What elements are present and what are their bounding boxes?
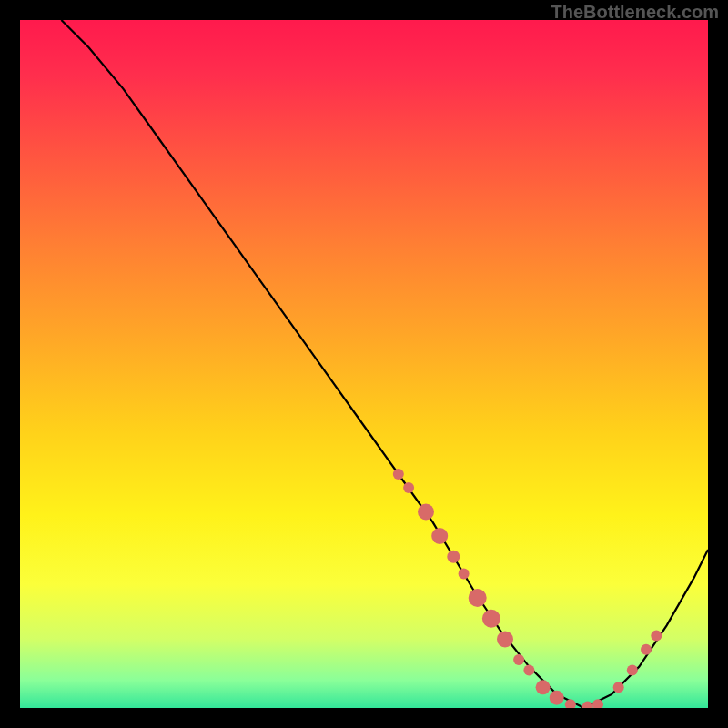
curve-marker bbox=[418, 504, 434, 521]
curve-markers bbox=[393, 469, 662, 708]
curve-marker bbox=[536, 680, 551, 694]
curve-marker bbox=[641, 644, 652, 655]
curve-marker bbox=[482, 610, 500, 628]
curve-marker bbox=[592, 699, 603, 708]
curve-marker bbox=[497, 631, 513, 647]
curve-marker bbox=[582, 702, 593, 709]
curve-marker bbox=[403, 482, 414, 493]
curve-marker bbox=[565, 699, 576, 708]
curve-marker bbox=[627, 664, 638, 675]
curve-svg bbox=[20, 20, 708, 708]
curve-marker bbox=[651, 631, 662, 642]
curve-marker bbox=[459, 569, 470, 580]
curve-marker bbox=[431, 528, 448, 544]
curve-marker bbox=[513, 654, 524, 665]
curve-marker bbox=[613, 682, 624, 693]
chart-plot-area bbox=[20, 20, 708, 708]
curve-marker bbox=[469, 589, 487, 607]
curve-marker bbox=[550, 691, 564, 705]
curve-marker bbox=[523, 664, 534, 675]
curve-marker bbox=[447, 551, 460, 563]
bottleneck-curve-path bbox=[61, 20, 708, 708]
watermark-text: TheBottleneck.com bbox=[551, 2, 719, 23]
curve-marker bbox=[393, 469, 404, 480]
